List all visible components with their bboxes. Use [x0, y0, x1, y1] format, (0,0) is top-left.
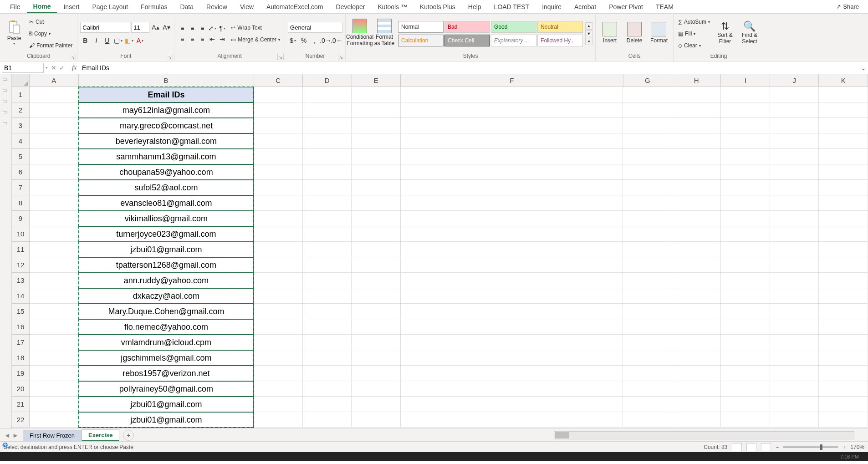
cell-F13[interactable] [401, 273, 623, 288]
cell-B8[interactable]: evanscleo81@gmail.com [79, 195, 254, 211]
style-explanatory[interactable]: Explanatory ... [491, 35, 536, 46]
cell-D8[interactable] [303, 195, 352, 211]
row-header-8[interactable]: 8 [12, 195, 30, 211]
cell-F19[interactable] [401, 366, 623, 381]
page-break-button[interactable] [761, 443, 771, 451]
cell-I9[interactable] [721, 211, 770, 226]
alignment-launcher[interactable]: ↘ [277, 54, 284, 60]
cell-F18[interactable] [401, 350, 623, 366]
tab-view[interactable]: View [234, 1, 260, 13]
cell-I20[interactable] [721, 381, 770, 397]
percent-format-button[interactable]: % [299, 36, 309, 46]
cell-B7[interactable]: sufol52@aol.com [79, 180, 254, 195]
cell-A5[interactable] [30, 149, 79, 164]
cell-G3[interactable] [623, 118, 672, 133]
cell-A22[interactable] [30, 412, 79, 428]
cell-I4[interactable] [721, 133, 770, 149]
bold-button[interactable]: B [80, 36, 90, 46]
tab-load-test[interactable]: LOAD TEST [488, 1, 536, 13]
cell-G6[interactable] [623, 164, 672, 180]
cell-B12[interactable]: tpatterson1268@gmail.com [79, 257, 254, 273]
increase-indent-button[interactable]: ⇥ [217, 34, 227, 44]
align-middle-button[interactable]: ≡ [187, 23, 197, 33]
tab-insert[interactable]: Insert [57, 1, 86, 13]
row-header-15[interactable]: 15 [12, 304, 30, 319]
cell-E7[interactable] [352, 180, 401, 195]
cell-G1[interactable] [623, 87, 672, 102]
tab-help[interactable]: Help [462, 1, 488, 13]
cell-F20[interactable] [401, 381, 623, 397]
tab-automateexcel[interactable]: AutomateExcel.com [260, 1, 330, 13]
cell-K21[interactable] [819, 397, 868, 412]
align-center-button[interactable]: ≡ [187, 34, 197, 44]
row-header-20[interactable]: 20 [12, 381, 30, 397]
cell-B6[interactable]: choupana59@yahoo.com [79, 164, 254, 180]
fx-icon[interactable]: fx [68, 64, 80, 71]
tab-data[interactable]: Data [174, 1, 200, 13]
cell-H10[interactable] [672, 226, 721, 242]
formula-input[interactable] [80, 64, 859, 71]
page-layout-button[interactable] [746, 443, 756, 451]
col-header-k[interactable]: K [819, 74, 868, 87]
styles-more[interactable]: ▾ [585, 38, 592, 45]
cell-K12[interactable] [819, 257, 868, 273]
cell-F14[interactable] [401, 288, 623, 304]
row-header-19[interactable]: 19 [12, 366, 30, 381]
cell-A19[interactable] [30, 366, 79, 381]
cell-G7[interactable] [623, 180, 672, 195]
align-top-button[interactable]: ≡ [177, 23, 187, 33]
row-header-10[interactable]: 10 [12, 226, 30, 242]
cell-A12[interactable] [30, 257, 79, 273]
cell-I8[interactable] [721, 195, 770, 211]
cell-I5[interactable] [721, 149, 770, 164]
cell-F21[interactable] [401, 397, 623, 412]
cell-C12[interactable] [254, 257, 303, 273]
cell-B5[interactable]: sammhamm13@gmail.com [79, 149, 254, 164]
cell-G9[interactable] [623, 211, 672, 226]
clear-button[interactable]: ◇Clear▾ [676, 40, 712, 51]
decrease-indent-button[interactable]: ⇤ [207, 34, 217, 44]
cell-E16[interactable] [352, 319, 401, 335]
cell-H14[interactable] [672, 288, 721, 304]
cell-A17[interactable] [30, 335, 79, 350]
cell-G17[interactable] [623, 335, 672, 350]
cell-E10[interactable] [352, 226, 401, 242]
cell-I15[interactable] [721, 304, 770, 319]
cell-H1[interactable] [672, 87, 721, 102]
styles-scroll-down[interactable]: ▼ [585, 30, 592, 37]
add-sheet-button[interactable]: + [123, 430, 134, 441]
row-header-14[interactable]: 14 [12, 288, 30, 304]
cell-A14[interactable] [30, 288, 79, 304]
style-check-cell[interactable]: Check Cell [444, 35, 490, 46]
cell-G13[interactable] [623, 273, 672, 288]
cell-C3[interactable] [254, 118, 303, 133]
delete-cells-button[interactable]: Delete [623, 15, 646, 50]
font-size-select[interactable] [131, 22, 149, 33]
underline-button[interactable]: U [102, 36, 112, 46]
cell-I16[interactable] [721, 319, 770, 335]
cell-D10[interactable] [303, 226, 352, 242]
select-all-corner[interactable] [12, 74, 30, 87]
row-header-17[interactable]: 17 [12, 335, 30, 350]
cell-J4[interactable] [770, 133, 819, 149]
col-header-e[interactable]: E [352, 74, 401, 87]
cell-J10[interactable] [770, 226, 819, 242]
cell-A8[interactable] [30, 195, 79, 211]
cell-A6[interactable] [30, 164, 79, 180]
cell-E8[interactable] [352, 195, 401, 211]
cell-B3[interactable]: mary.greco@comcast.net [79, 118, 254, 133]
cell-G2[interactable] [623, 102, 672, 118]
wrap-text-button[interactable]: ↩Wrap Text [229, 22, 282, 33]
cell-D20[interactable] [303, 381, 352, 397]
cell-F10[interactable] [401, 226, 623, 242]
cell-E15[interactable] [352, 304, 401, 319]
cell-A10[interactable] [30, 226, 79, 242]
cell-E18[interactable] [352, 350, 401, 366]
tab-home[interactable]: Home [27, 0, 57, 13]
row-header-18[interactable]: 18 [12, 350, 30, 366]
cell-I19[interactable] [721, 366, 770, 381]
formula-expand-button[interactable]: ⌄ [859, 64, 868, 71]
cell-G14[interactable] [623, 288, 672, 304]
cell-A18[interactable] [30, 350, 79, 366]
insert-cells-button[interactable]: Insert [598, 15, 621, 50]
